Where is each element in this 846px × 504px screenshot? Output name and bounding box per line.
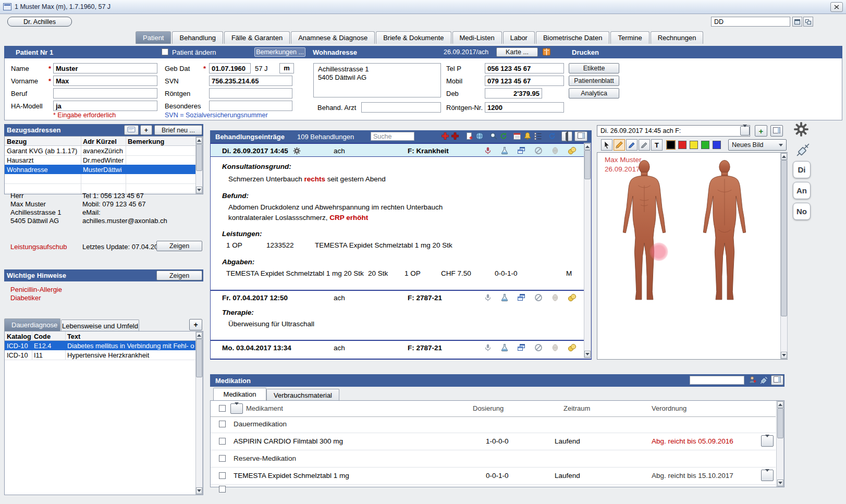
mobil-input[interactable] [485, 76, 564, 86]
layout-icon[interactable] [770, 125, 783, 137]
anamnese-shortcut-button[interactable]: An [793, 182, 811, 199]
dd-field[interactable] [711, 17, 790, 27]
brief-neu-button[interactable]: Brief neu ... [154, 125, 202, 135]
table-cell[interactable]: avanexZürich [83, 147, 125, 155]
row-checkbox[interactable] [219, 455, 226, 462]
medikation-scrollbar[interactable] [776, 401, 784, 487]
maximize-window-button[interactable] [803, 17, 813, 27]
gebdat-input[interactable] [209, 63, 251, 73]
diagnose-shortcut-button[interactable]: Di [793, 161, 811, 178]
chevron-down-icon[interactable] [740, 126, 750, 136]
dictation-icon[interactable] [484, 146, 492, 155]
documents-icon[interactable] [517, 343, 525, 352]
svn-input[interactable] [209, 76, 292, 86]
notiz-shortcut-button[interactable]: No [793, 203, 811, 220]
pain-annotation-circle[interactable] [649, 242, 668, 261]
color-black-swatch[interactable] [667, 141, 675, 149]
refresh-icon[interactable] [499, 132, 508, 140]
labor-icon[interactable] [500, 146, 509, 155]
billing-icon[interactable] [568, 146, 577, 155]
tab-termine[interactable]: Termine [610, 31, 649, 44]
blocked-icon[interactable] [534, 293, 543, 302]
patient-aendern-checkbox[interactable] [162, 48, 168, 55]
tab-faelle-garanten[interactable]: Fälle & Garanten [224, 31, 290, 44]
labor-icon[interactable] [500, 293, 509, 302]
scroll-thumb[interactable] [777, 408, 783, 438]
scroll-thumb[interactable] [196, 144, 202, 171]
scroll-up-icon[interactable] [196, 332, 202, 339]
tab-rechnungen[interactable]: Rechnungen [651, 31, 704, 44]
row-checkbox[interactable] [219, 472, 226, 479]
add-diagnose-button[interactable]: + [189, 319, 202, 330]
pencil-tool-icon[interactable] [614, 139, 625, 151]
table-row[interactable]: Hausarzt [7, 156, 80, 164]
besonderes-input[interactable] [209, 101, 292, 111]
notfall-icon[interactable] [441, 132, 449, 140]
search-input[interactable] [371, 132, 414, 141]
tab-labor[interactable]: Labor [503, 31, 535, 44]
canvas-scrollbar[interactable] [780, 153, 788, 359]
color-yellow-swatch[interactable] [690, 141, 698, 149]
scroll-thumb[interactable] [781, 160, 787, 316]
table-cell[interactable]: Hypertensive Herzkrankheit [67, 351, 194, 359]
documents-icon[interactable] [517, 293, 525, 302]
close-icon[interactable] [830, 2, 843, 12]
tab-medi-listen[interactable]: Medi-Listen [452, 31, 502, 44]
tab-lebensweise[interactable]: Lebensweise und Umfeld [61, 319, 139, 331]
syringe-icon[interactable] [796, 143, 810, 157]
telp-input[interactable] [485, 63, 564, 73]
color-red-swatch[interactable] [678, 141, 686, 149]
medizin-icon[interactable] [451, 132, 459, 140]
syringe-icon[interactable] [760, 376, 768, 384]
table-cell[interactable]: Dr.medWinter [83, 156, 125, 164]
color-blue-swatch[interactable] [713, 141, 721, 149]
scroll-up-icon[interactable] [196, 137, 202, 144]
sex-field[interactable]: m [279, 63, 294, 73]
name-input[interactable] [53, 63, 157, 73]
color-green-swatch[interactable] [701, 141, 709, 149]
tab-verbrauchsmaterial[interactable]: Verbrauchsmaterial [266, 389, 339, 400]
documents-icon[interactable] [517, 146, 525, 155]
eraser-tool-icon[interactable] [639, 139, 650, 151]
entry-header[interactable]: Mo. 03.04.2017 13:34 ach F: 2787-21 [211, 340, 584, 354]
patient-medication-icon[interactable] [749, 376, 757, 384]
bell-icon[interactable] [523, 132, 532, 140]
restore-window-button[interactable] [792, 17, 802, 27]
medication-group[interactable]: Dauermedikation [234, 420, 287, 428]
beruf-input[interactable] [53, 88, 157, 99]
scroll-down-icon[interactable] [781, 352, 787, 359]
tab-patient[interactable]: Patient [136, 31, 171, 44]
settings-gear-icon[interactable] [793, 121, 809, 137]
fingerprint-icon[interactable] [551, 293, 559, 302]
row-checkbox[interactable] [219, 438, 226, 445]
medikament-dropdown-icon[interactable] [230, 403, 243, 414]
tab-medikation-sub[interactable]: Medikation [213, 388, 266, 400]
billing-icon[interactable] [568, 343, 577, 352]
sync-icon[interactable] [548, 132, 556, 140]
analytica-button[interactable]: Analytica [569, 88, 619, 99]
tab-behandlung[interactable]: Behandlung [172, 31, 223, 44]
dictation-icon[interactable] [484, 343, 492, 352]
tab-briefe-dokumente[interactable]: Briefe & Dokumente [376, 31, 451, 44]
dictation-icon[interactable] [484, 293, 492, 302]
add-image-button[interactable]: + [755, 125, 767, 137]
row-expand-chevron-icon[interactable] [761, 470, 774, 481]
fingerprint-icon[interactable] [551, 343, 559, 352]
medikation-search-input[interactable] [690, 376, 744, 385]
marker-tool-icon[interactable] [626, 139, 637, 151]
karte-button[interactable]: Karte ... [496, 47, 538, 57]
hinweise-zeigen-button[interactable]: Zeigen [156, 271, 202, 280]
entry-selector-dropdown[interactable]: Di. 26.09.2017 14:45 ach F: [597, 125, 750, 137]
etikette-button[interactable]: Etikette [569, 63, 619, 73]
tab-biometrische-daten[interactable]: Biometrische Daten [536, 31, 609, 44]
calendar-icon[interactable] [513, 132, 521, 140]
task-list-icon[interactable] [534, 132, 542, 140]
tab-anamnese-diagnose[interactable]: Anamnese & Diagnose [291, 31, 375, 44]
gear-icon[interactable] [293, 147, 301, 155]
diag-scrollbar[interactable] [195, 331, 203, 495]
row-checkbox[interactable] [219, 421, 226, 427]
address-box[interactable]: Achillesstrasse 1 5405 Dättwil AG [313, 63, 441, 97]
vorname-input[interactable] [53, 76, 157, 86]
patientenblatt-button[interactable]: Patientenblatt [569, 76, 619, 86]
entries-scrollbar[interactable] [584, 143, 591, 358]
